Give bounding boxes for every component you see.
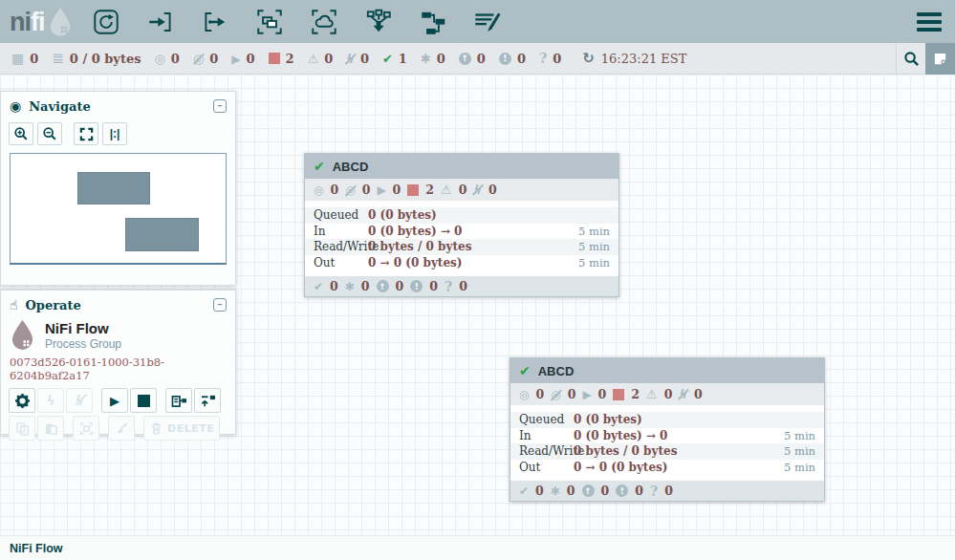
configure-button[interactable] [9,388,35,413]
paste-icon [44,421,58,436]
funnel-icon[interactable] [362,6,395,38]
sync-failure-count: 0 [553,52,561,66]
zoom-in-button[interactable] [9,122,33,145]
upload-template-button[interactable] [194,388,221,413]
operate-collapse-button[interactable]: – [213,298,227,312]
refresh-status[interactable]: 16:23:21 EST [582,52,686,66]
disabled-count: 0 [488,183,497,197]
paste-button[interactable] [37,416,64,441]
label-icon[interactable] [471,6,504,38]
zoom-fit-button[interactable] [74,122,98,145]
input-port-icon[interactable] [144,6,177,38]
out-window: 5 min [784,461,815,474]
transmitting-count: 0 [330,183,338,197]
gear-icon [14,393,31,409]
operate-title: Operate [26,298,81,312]
locally-modified-count: 0 [361,279,370,293]
stat-row-in: In 0 (0 bytes) → 0 5 min [510,428,824,444]
process-group-drop-icon [10,319,35,351]
compass-icon: ◉ [10,98,21,114]
stat-row-readwrite: Read/Write 0 bytes / 0 bytes 5 min [510,443,824,460]
running-count: 0 [393,183,402,197]
delete-button[interactable]: DELETE [143,416,220,441]
readwrite-window: 5 min [784,444,815,458]
trash-icon [150,421,163,435]
nifi-logo[interactable]: nifi [10,7,73,37]
bulletin-note-icon [933,52,947,66]
zoom-actual-size-button[interactable]: |:| [102,122,127,145]
stop-icon [138,395,150,407]
stale-count: 0 [396,279,404,293]
not-transmitting-count: 0 [362,183,371,197]
process-group-abcd-2[interactable]: ABCD 0 0 0 2 0 0 Queued 0 (0 bytes) In 0… [510,357,825,502]
start-button[interactable]: ▶ [101,388,128,413]
search-button[interactable] [896,43,925,74]
up-to-date-count: 1 [399,52,407,66]
group-button[interactable] [73,416,99,441]
last-refreshed-time: 16:23:21 EST [601,52,687,66]
disabled-count: 0 [360,52,369,66]
create-template-button[interactable] [165,388,192,413]
stopped-icon [613,389,624,400]
refresh-icon[interactable] [582,52,595,66]
stale-icon: ↑ [582,485,595,497]
component-toolbar [90,6,504,38]
stale-icon: ↑ [377,280,389,292]
sync-failure-icon: ? [539,51,547,66]
process-group-abcd-1[interactable]: ABCD 0 0 0 2 0 0 Queued 0 (0 bytes) In 0… [304,153,619,297]
process-group-icon[interactable] [253,6,286,38]
status-up-to-date: 1 [382,52,407,66]
not-transmitting-icon [551,389,560,400]
copy-button[interactable] [9,416,35,441]
transmitting-icon [519,389,529,400]
group-name: ABCD [333,160,369,174]
active-threads-count: 0 [30,52,38,66]
output-port-icon[interactable] [199,6,231,38]
disable-button[interactable]: ϟ [66,388,93,413]
processor-icon[interactable] [90,6,122,38]
upload-template-icon [200,394,216,408]
up-to-date-icon [519,364,531,377]
navigate-header: ◉ Navigate – [1,92,235,118]
status-stale: ↑ 0 [459,52,486,66]
running-count: 0 [598,387,607,401]
enable-button[interactable]: ϟ [37,388,64,413]
fill-color-button[interactable] [108,416,135,441]
minimap-group-2 [125,218,199,251]
in-label: In [519,429,574,442]
zoom-out-button[interactable] [37,122,62,145]
nifi-drop-logo-icon [48,7,73,37]
status-disabled: 0 [346,52,369,66]
global-menu-icon[interactable] [917,12,942,32]
transmitting-icon [155,53,165,65]
group-version-footer: 0 0 ↑0 !0 ?0 [510,481,824,501]
bulletin-board-toggle-button[interactable] [925,43,955,75]
in-window: 5 min [578,225,610,238]
out-value: 0 → 0 (0 bytes) [368,256,462,269]
group-counts: 0 0 0 2 0 0 [305,179,619,201]
stop-button[interactable] [130,388,157,413]
breadcrumb-root[interactable]: NiFi Flow [10,542,63,555]
birdseye-minimap[interactable] [10,153,227,265]
running-icon [231,53,240,65]
up-to-date-icon [314,160,325,173]
template-icon[interactable] [417,6,449,38]
delete-label: DELETE [167,422,214,435]
selected-component-type: Process Group [45,337,121,351]
status-transmitting: 0 [155,52,180,66]
status-not-transmitting: 0 [193,52,218,66]
stale-icon: ↑ [459,53,471,65]
remote-process-group-icon[interactable] [308,6,340,38]
stat-row-queued: Queued 0 (0 bytes) [510,412,824,428]
status-queued: 0 / 0 bytes [52,52,141,66]
stat-row-in: In 0 (0 bytes) → 0 5 min [305,224,619,240]
readwrite-label: Read/Write [519,444,574,458]
status-locally-modified: 0 [421,52,445,66]
navigate-collapse-button[interactable]: – [213,99,227,113]
not-transmitting-count: 0 [568,387,576,401]
navigate-panel: ◉ Navigate – |:| [0,91,236,286]
locally-modified-stale-icon: ! [616,485,628,497]
navigate-tools: |:| [1,118,235,151]
logo-text-fi: fi [31,8,45,37]
status-bar: 0 0 / 0 bytes 0 0 0 2 0 0 1 0 ↑ 0 ! 0 [0,43,955,75]
